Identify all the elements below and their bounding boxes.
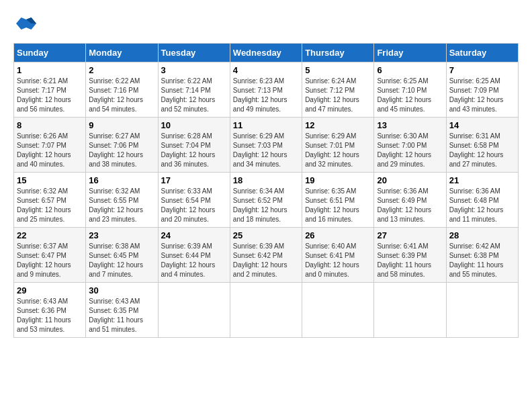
- day-of-week-header: Saturday: [446, 44, 518, 62]
- day-of-week-header: Wednesday: [230, 44, 302, 62]
- calendar-cell: 8 Sunrise: 6:26 AMSunset: 7:07 PMDayligh…: [14, 118, 86, 173]
- day-number: 20: [377, 175, 443, 185]
- header: [13, 13, 519, 36]
- day-number: 10: [161, 120, 227, 130]
- day-number: 17: [161, 175, 227, 185]
- day-info: Sunrise: 6:24 AMSunset: 7:12 PMDaylight:…: [305, 77, 359, 113]
- day-info: Sunrise: 6:30 AMSunset: 7:00 PMDaylight:…: [377, 132, 431, 168]
- day-of-week-header: Sunday: [14, 44, 86, 62]
- day-number: 3: [161, 65, 227, 75]
- calendar-week-row: 22 Sunrise: 6:37 AMSunset: 6:47 PMDaylig…: [14, 228, 519, 283]
- calendar-cell: 12 Sunrise: 6:29 AMSunset: 7:01 PMDaylig…: [302, 118, 374, 173]
- day-number: 13: [377, 120, 443, 130]
- calendar: SundayMondayTuesdayWednesdayThursdayFrid…: [13, 43, 519, 338]
- day-info: Sunrise: 6:32 AMSunset: 6:57 PMDaylight:…: [17, 187, 71, 223]
- day-number: 30: [89, 285, 154, 295]
- calendar-cell: 1 Sunrise: 6:21 AMSunset: 7:17 PMDayligh…: [14, 62, 86, 118]
- day-info: Sunrise: 6:25 AMSunset: 7:10 PMDaylight:…: [377, 77, 431, 113]
- calendar-cell: 28 Sunrise: 6:42 AMSunset: 6:38 PMDaylig…: [446, 228, 518, 283]
- calendar-cell: 29 Sunrise: 6:43 AMSunset: 6:36 PMDaylig…: [14, 283, 86, 338]
- day-info: Sunrise: 6:36 AMSunset: 6:49 PMDaylight:…: [377, 187, 431, 223]
- day-of-week-header: Thursday: [302, 44, 374, 62]
- day-info: Sunrise: 6:31 AMSunset: 6:58 PMDaylight:…: [449, 132, 504, 168]
- logo-icon: [16, 13, 36, 34]
- day-number: 14: [449, 120, 515, 130]
- day-number: 8: [17, 120, 83, 130]
- calendar-cell: 14 Sunrise: 6:31 AMSunset: 6:58 PMDaylig…: [446, 118, 518, 173]
- calendar-cell: 22 Sunrise: 6:37 AMSunset: 6:47 PMDaylig…: [14, 228, 86, 283]
- calendar-cell: 18 Sunrise: 6:34 AMSunset: 6:52 PMDaylig…: [230, 173, 302, 228]
- day-info: Sunrise: 6:28 AMSunset: 7:04 PMDaylight:…: [161, 132, 216, 168]
- calendar-header-row: SundayMondayTuesdayWednesdayThursdayFrid…: [14, 44, 519, 62]
- calendar-cell: [302, 283, 374, 338]
- day-number: 25: [233, 230, 299, 240]
- day-number: 9: [89, 120, 154, 130]
- calendar-cell: [446, 283, 518, 338]
- calendar-cell: 2 Sunrise: 6:22 AMSunset: 7:16 PMDayligh…: [86, 62, 158, 118]
- day-number: 6: [377, 65, 443, 75]
- day-info: Sunrise: 6:43 AMSunset: 6:35 PMDaylight:…: [89, 298, 143, 333]
- day-info: Sunrise: 6:37 AMSunset: 6:47 PMDaylight:…: [17, 242, 71, 278]
- calendar-cell: 13 Sunrise: 6:30 AMSunset: 7:00 PMDaylig…: [374, 118, 446, 173]
- day-info: Sunrise: 6:29 AMSunset: 7:03 PMDaylight:…: [233, 132, 287, 168]
- day-number: 11: [233, 120, 299, 130]
- calendar-cell: 5 Sunrise: 6:24 AMSunset: 7:12 PMDayligh…: [302, 62, 374, 118]
- calendar-cell: 20 Sunrise: 6:36 AMSunset: 6:49 PMDaylig…: [374, 173, 446, 228]
- calendar-week-row: 1 Sunrise: 6:21 AMSunset: 7:17 PMDayligh…: [14, 62, 519, 118]
- day-info: Sunrise: 6:34 AMSunset: 6:52 PMDaylight:…: [233, 187, 287, 223]
- day-info: Sunrise: 6:27 AMSunset: 7:06 PMDaylight:…: [89, 132, 143, 168]
- day-info: Sunrise: 6:26 AMSunset: 7:07 PMDaylight:…: [17, 132, 71, 168]
- calendar-cell: 23 Sunrise: 6:38 AMSunset: 6:45 PMDaylig…: [86, 228, 158, 283]
- day-number: 18: [233, 175, 299, 185]
- day-number: 29: [17, 285, 83, 295]
- calendar-week-row: 8 Sunrise: 6:26 AMSunset: 7:07 PMDayligh…: [14, 118, 519, 173]
- calendar-cell: 11 Sunrise: 6:29 AMSunset: 7:03 PMDaylig…: [230, 118, 302, 173]
- day-info: Sunrise: 6:29 AMSunset: 7:01 PMDaylight:…: [305, 132, 359, 168]
- calendar-cell: 4 Sunrise: 6:23 AMSunset: 7:13 PMDayligh…: [230, 62, 302, 118]
- day-number: 27: [377, 230, 443, 240]
- calendar-cell: [230, 283, 302, 338]
- day-number: 28: [449, 230, 515, 240]
- day-info: Sunrise: 6:43 AMSunset: 6:36 PMDaylight:…: [17, 298, 71, 333]
- calendar-cell: 6 Sunrise: 6:25 AMSunset: 7:10 PMDayligh…: [374, 62, 446, 118]
- day-number: 21: [449, 175, 515, 185]
- calendar-cell: 24 Sunrise: 6:39 AMSunset: 6:44 PMDaylig…: [158, 228, 230, 283]
- day-info: Sunrise: 6:40 AMSunset: 6:41 PMDaylight:…: [305, 242, 359, 278]
- day-info: Sunrise: 6:23 AMSunset: 7:13 PMDaylight:…: [233, 77, 287, 113]
- calendar-cell: 9 Sunrise: 6:27 AMSunset: 7:06 PMDayligh…: [86, 118, 158, 173]
- day-info: Sunrise: 6:39 AMSunset: 6:44 PMDaylight:…: [161, 242, 216, 278]
- day-number: 15: [17, 175, 83, 185]
- calendar-cell: 7 Sunrise: 6:25 AMSunset: 7:09 PMDayligh…: [446, 62, 518, 118]
- calendar-cell: 3 Sunrise: 6:22 AMSunset: 7:14 PMDayligh…: [158, 62, 230, 118]
- day-number: 4: [233, 65, 299, 75]
- day-info: Sunrise: 6:39 AMSunset: 6:42 PMDaylight:…: [233, 242, 287, 278]
- day-info: Sunrise: 6:36 AMSunset: 6:48 PMDaylight:…: [449, 187, 504, 223]
- calendar-cell: 27 Sunrise: 6:41 AMSunset: 6:39 PMDaylig…: [374, 228, 446, 283]
- day-info: Sunrise: 6:35 AMSunset: 6:51 PMDaylight:…: [305, 187, 359, 223]
- day-of-week-header: Tuesday: [158, 44, 230, 62]
- calendar-week-row: 29 Sunrise: 6:43 AMSunset: 6:36 PMDaylig…: [14, 283, 519, 338]
- day-info: Sunrise: 6:33 AMSunset: 6:54 PMDaylight:…: [161, 187, 216, 223]
- calendar-cell: 30 Sunrise: 6:43 AMSunset: 6:35 PMDaylig…: [86, 283, 158, 338]
- day-info: Sunrise: 6:38 AMSunset: 6:45 PMDaylight:…: [89, 242, 143, 278]
- calendar-cell: [374, 283, 446, 338]
- calendar-cell: [158, 283, 230, 338]
- calendar-cell: 16 Sunrise: 6:32 AMSunset: 6:55 PMDaylig…: [86, 173, 158, 228]
- day-number: 26: [305, 230, 371, 240]
- calendar-cell: 10 Sunrise: 6:28 AMSunset: 7:04 PMDaylig…: [158, 118, 230, 173]
- day-info: Sunrise: 6:21 AMSunset: 7:17 PMDaylight:…: [17, 77, 71, 113]
- day-of-week-header: Friday: [374, 44, 446, 62]
- day-info: Sunrise: 6:25 AMSunset: 7:09 PMDaylight:…: [449, 77, 504, 113]
- day-number: 12: [305, 120, 371, 130]
- day-info: Sunrise: 6:32 AMSunset: 6:55 PMDaylight:…: [89, 187, 143, 223]
- day-number: 19: [305, 175, 371, 185]
- day-number: 24: [161, 230, 227, 240]
- day-number: 2: [89, 65, 154, 75]
- day-number: 7: [449, 65, 515, 75]
- calendar-cell: 15 Sunrise: 6:32 AMSunset: 6:57 PMDaylig…: [14, 173, 86, 228]
- calendar-cell: 26 Sunrise: 6:40 AMSunset: 6:41 PMDaylig…: [302, 228, 374, 283]
- calendar-week-row: 15 Sunrise: 6:32 AMSunset: 6:57 PMDaylig…: [14, 173, 519, 228]
- day-of-week-header: Monday: [86, 44, 158, 62]
- calendar-cell: 19 Sunrise: 6:35 AMSunset: 6:51 PMDaylig…: [302, 173, 374, 228]
- day-info: Sunrise: 6:41 AMSunset: 6:39 PMDaylight:…: [377, 242, 431, 278]
